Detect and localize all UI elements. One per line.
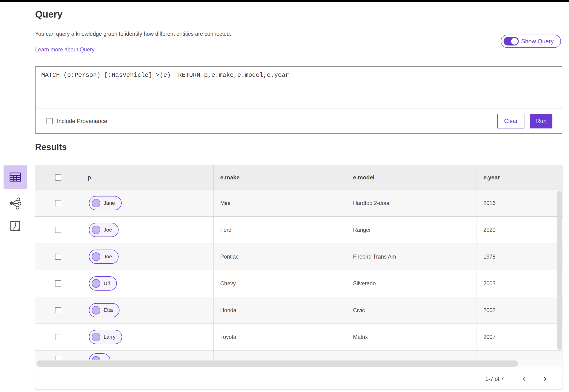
cell-year: 2020 <box>477 217 563 243</box>
row-checkbox[interactable] <box>55 280 61 287</box>
entity-node-icon <box>92 306 100 314</box>
cell-model: Civic <box>346 297 477 323</box>
cell-make: Pontiac <box>213 243 346 270</box>
entity-node-icon <box>92 333 100 341</box>
cell-make: Toyota <box>213 324 346 350</box>
entity-pill[interactable]: Joe <box>89 250 118 264</box>
query-description: You can query a knowledge graph to ident… <box>35 31 231 37</box>
cell-model <box>346 350 477 360</box>
chevron-right-icon <box>541 376 548 382</box>
table-row-partial <box>35 350 563 360</box>
entity-node-icon <box>92 226 100 234</box>
results-table: p e.make e.model e.year Jane Mini Hardto… <box>35 165 563 367</box>
entity-name: Uri <box>104 280 110 287</box>
entity-node-icon <box>92 356 100 360</box>
map-view-button[interactable] <box>7 218 24 234</box>
run-button[interactable]: Run <box>530 114 552 128</box>
cell-make <box>213 350 346 360</box>
table-header-row: p e.make e.model e.year <box>35 165 563 190</box>
table-row: Etta Honda Civic 2002 <box>35 297 563 324</box>
cell-year: 2016 <box>477 190 563 216</box>
entity-pill[interactable]: Uri <box>89 276 117 291</box>
clear-button[interactable]: Clear <box>498 114 525 128</box>
table-icon <box>9 171 21 183</box>
entity-pill[interactable]: Larry <box>89 330 122 344</box>
cell-year: 2002 <box>477 297 563 323</box>
select-all-checkbox[interactable] <box>55 174 61 181</box>
cell-make: Honda <box>213 297 346 323</box>
query-editor-box: MATCH (p:Person)-[:HasVehicle]->(e) RETU… <box>35 66 562 134</box>
table-row: Jane Mini Hardtop 2-door 2016 <box>35 190 563 217</box>
query-page: Query You can query a knowledge graph to… <box>0 0 569 392</box>
table-row: Joe Ford Ranger 2020 <box>35 217 563 243</box>
next-page-button[interactable] <box>539 374 550 384</box>
table-view-button[interactable] <box>3 166 27 189</box>
entity-name: Joe <box>104 253 112 260</box>
column-header-make[interactable]: e.make <box>213 165 346 190</box>
cell-make: Chevy <box>213 270 346 297</box>
row-checkbox[interactable] <box>55 200 61 206</box>
learn-more-link[interactable]: Learn more about Query <box>35 46 95 53</box>
toggle-switch-icon[interactable] <box>504 37 519 45</box>
cell-model: Matrix <box>346 324 477 350</box>
results-view-rail <box>3 166 27 234</box>
vertical-scrollbar-thumb[interactable] <box>557 191 562 350</box>
entity-name: Larry <box>104 334 115 340</box>
row-checkbox[interactable] <box>55 307 61 313</box>
link-chart-view-button[interactable] <box>7 195 24 211</box>
vertical-scrollbar[interactable] <box>557 190 563 360</box>
entity-pill[interactable]: Jane <box>89 196 122 210</box>
entity-pill[interactable]: Joe <box>89 223 118 237</box>
entity-name: Joe <box>104 227 112 233</box>
map-icon <box>9 220 21 232</box>
previous-page-button[interactable] <box>519 374 530 384</box>
page-title: Query <box>35 9 63 20</box>
entity-pill[interactable]: Etta <box>89 303 119 317</box>
cell-model: Silverado <box>346 270 477 297</box>
cell-model: Firebird Trans Am <box>346 243 477 270</box>
column-header-year[interactable]: e.year <box>477 165 563 190</box>
horizontal-scrollbar-thumb[interactable] <box>37 361 518 367</box>
query-editor-footer: Include Provenance Clear Run <box>36 109 562 133</box>
entity-node-icon <box>92 252 100 261</box>
show-query-toggle[interactable]: Show Query <box>501 35 561 48</box>
query-textarea[interactable]: MATCH (p:Person)-[:HasVehicle]->(e) RETU… <box>36 67 562 109</box>
entity-node-icon <box>92 199 100 207</box>
table-row: Uri Chevy Silverado 2003 <box>35 270 563 297</box>
column-header-model[interactable]: e.model <box>346 165 477 190</box>
entity-pill[interactable] <box>89 353 110 360</box>
results-title: Results <box>35 142 67 152</box>
pagination-range-label: 1-7 of 7 <box>485 376 504 382</box>
horizontal-scrollbar[interactable] <box>35 360 563 367</box>
table-row: Larry Toyota Matrix 2007 <box>35 324 563 350</box>
entity-name: Etta <box>104 307 113 313</box>
cell-make: Ford <box>213 217 346 243</box>
row-checkbox[interactable] <box>55 334 61 340</box>
cell-year: 2007 <box>477 324 563 350</box>
cell-make: Mini <box>213 190 346 216</box>
chevron-left-icon <box>522 376 528 382</box>
header-checkbox-cell <box>35 165 81 190</box>
row-checkbox[interactable] <box>55 356 61 360</box>
toggle-knob <box>511 38 518 44</box>
top-black-bar <box>0 0 569 2</box>
pagination-bar: 1-7 of 7 <box>35 369 562 389</box>
include-provenance-label: Include Provenance <box>57 118 107 125</box>
table-row: Joe Pontiac Firebird Trans Am 1978 <box>35 243 563 270</box>
cell-year <box>477 350 563 360</box>
cell-year: 1978 <box>477 243 563 270</box>
cell-year: 2003 <box>477 270 563 297</box>
show-query-label: Show Query <box>521 38 554 45</box>
include-provenance-checkbox[interactable] <box>46 118 53 124</box>
row-checkbox[interactable] <box>55 253 61 260</box>
cell-model: Hardtop 2-door <box>346 190 477 216</box>
link-chart-icon <box>9 197 22 210</box>
column-header-p[interactable]: p <box>81 165 213 190</box>
entity-name: Jane <box>104 200 115 206</box>
entity-node-icon <box>92 279 100 288</box>
cell-model: Ranger <box>346 217 477 243</box>
row-checkbox[interactable] <box>55 227 61 233</box>
